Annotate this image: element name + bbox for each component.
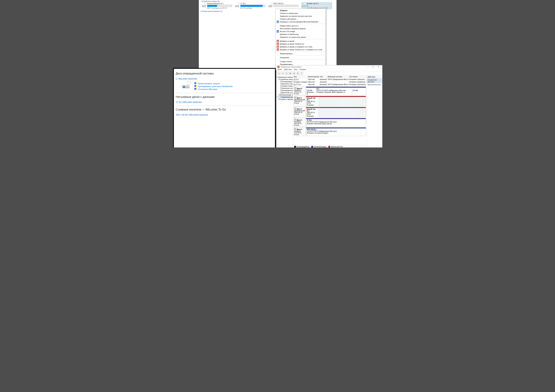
menu-item[interactable]: Закрепить на начальном экране (276, 36, 325, 39)
lock-icon (271, 3, 273, 5)
diskmgr-icon (280, 96, 281, 98)
tree-node[interactable]: Просмотр событий (277, 83, 292, 85)
explorer-window: ⌄ Устройства и диски (4) Локальный диск … (199, 0, 336, 68)
tree-node[interactable]: Управление компьютером (л (277, 76, 292, 78)
window-titlebar[interactable]: Управление компьютером — ▢ ✕ (276, 65, 382, 68)
tree-node[interactable]: Производительность (277, 89, 292, 92)
forward-button[interactable]: ⇒ (281, 72, 284, 75)
volume-icon (294, 79, 296, 80)
help-button[interactable]: ? (300, 72, 303, 75)
menu-item[interactable]: Закрепить на панели быстрого доступа (276, 15, 325, 18)
disk-info[interactable]: Диск 2 Динамический 1862,89 ГБ В сети (294, 107, 306, 117)
partition[interactable]: 1T (D:) 931,50 ГБ NTFS (Шифрование BitLo… (306, 118, 366, 127)
bitlocker-action[interactable]: Приостановить защиту (194, 82, 233, 85)
menu-item-label: Добавить в архив "Archive.rar" и отправи… (280, 49, 322, 50)
tree-node[interactable]: Локальные пользовате (277, 87, 292, 89)
tree-node[interactable]: Планировщик заданий (277, 80, 292, 83)
menu-item[interactable]: ▣Добавить в архив "Archive.rar" и отправ… (276, 48, 325, 51)
tree-node[interactable]: Управление дисками (277, 96, 292, 98)
disk-size: 1862,89 ГБ (294, 112, 302, 113)
table-row[interactable]: (C:) ПростойБазовыйNTFS (Шифрование BitL… (293, 78, 366, 81)
tree-node-label: Служебные программы (279, 78, 293, 80)
bitlocker-action[interactable]: Архивировать ключ восстановления (194, 85, 233, 88)
menu-item[interactable]: Форматировать... (276, 52, 325, 55)
tree-node-label: Планировщик заданий (281, 81, 293, 83)
partition[interactable]: SSD 128 (E:) 119,24 ГБ NTFS (Шифрование … (306, 128, 366, 136)
col-header[interactable]: Состояние (349, 75, 366, 78)
partition[interactable]: Новый том (F:) 1862,89 ГБ NTFS Исправен (306, 96, 319, 106)
section-devices[interactable]: ⌄ Устройства и диски (4) (199, 0, 336, 2)
menu-Справка[interactable]: Справка (299, 68, 306, 71)
disk-info[interactable]: Диск 1 Динамический 1862,89 ГБ В сети (294, 96, 306, 106)
partition[interactable]: (C:) 476,21 ГБ NTFS (Шифрование BitLocke… (316, 87, 352, 95)
col-header[interactable]: Тип (319, 75, 327, 78)
menu-item[interactable]: Открыть (276, 9, 325, 12)
bitlocker-d-link[interactable]: 1T (D:) BitLocker включен (176, 101, 273, 103)
tree-node[interactable]: Службы и приложения (277, 98, 292, 100)
tree-node[interactable]: Общие папки (277, 85, 292, 87)
menu-Файл[interactable]: Файл (278, 68, 282, 71)
tree-node-label: Запоминающие устройс (279, 94, 293, 96)
tree-node[interactable]: Запоминающие устройс (277, 94, 292, 96)
col-header[interactable]: Файловая система (327, 75, 349, 78)
col-header[interactable]: Том (293, 75, 307, 78)
menu-item[interactable]: Открыть автозапуск... (276, 18, 325, 20)
tree-node[interactable]: Диспетчер устройств (277, 92, 292, 94)
col-header[interactable]: Расположение (307, 75, 319, 78)
tree-node[interactable]: Служебные программы (277, 78, 292, 80)
drive-2[interactable]: SSD 128 (E:) (269, 2, 299, 9)
show-hide-button[interactable]: ☰ (289, 72, 292, 75)
partition[interactable] (319, 96, 366, 106)
refresh-button[interactable]: ⟳ (292, 72, 296, 75)
menu-item[interactable]: Восстановить прежнюю версию (276, 27, 325, 30)
partition[interactable]: 519 МБ (352, 87, 366, 95)
menu-item[interactable]: ▣Добавить в архив и отправить по e-mail.… (276, 45, 325, 48)
rar-icon: ▣ (277, 49, 279, 51)
disk-strip: Диск 1 Динамический 1862,89 ГБ В сети Но… (294, 96, 366, 106)
disk-info[interactable]: Диск 3 Базовый 931,50 ГБ В сети (294, 118, 306, 127)
menu-item[interactable]: Добавить в библиотеку〉 (276, 33, 325, 36)
bitlocker-e-link[interactable]: SSD 128 (E:) BitLocker включен (176, 114, 273, 116)
volume-icon (294, 81, 296, 83)
bitlocker-c-link[interactable]: C: BitLocker включен (176, 78, 273, 80)
menu-item[interactable]: Предоставить доступ к〉 (276, 24, 325, 27)
table-row[interactable]: (Диск 0 раздел 2) ПростойБазовыйИсправен… (293, 81, 366, 83)
close-button[interactable]: ✕ (376, 66, 381, 68)
drive-3[interactable]: Новый том (F:) 1,81 ТБ свободно из 1,81 … (302, 2, 332, 9)
menu-item-label: Форматировать... (280, 53, 294, 55)
rar-icon: ▣ (277, 46, 279, 48)
menu-Действие[interactable]: Действие (284, 68, 292, 71)
partition[interactable]: 100 МБ Исправен (Г (306, 87, 316, 95)
menu-item[interactable]: Открыть в новом окне (276, 12, 325, 15)
drive-1[interactable]: 1T (D:) 94,4 ГБ свободн (235, 2, 265, 9)
actions-item[interactable]: Дополнительные (367, 83, 382, 86)
drive-icon (202, 3, 206, 7)
menu-item[interactable]: ▣Добавить в архив "Archive.rar" (276, 43, 325, 45)
properties-button[interactable]: ☷ (296, 72, 299, 75)
disk-icon (294, 128, 297, 130)
menu-Вид[interactable]: Вид (294, 68, 297, 71)
menu-item-label: Предоставить доступ к (280, 25, 299, 27)
disk-info[interactable]: Диск 0 Базовый 476,81 ГБ В сети (294, 87, 306, 95)
actions-item[interactable]: Управление дисками (367, 78, 382, 83)
menu-item[interactable]: ▣Добавить в архив... (276, 40, 325, 43)
section-network-label: Сетевые расположения (1) (201, 10, 222, 12)
partition[interactable]: Новый том (F:) 1862,89 ГБ NTFS Исправен (306, 107, 319, 117)
drive-0[interactable]: Локальный диск (C:) 285 ГБ свободно из 4… (202, 2, 232, 9)
back-button[interactable]: ⇐ (277, 72, 280, 75)
partition[interactable] (319, 107, 366, 117)
bitlocker-action[interactable]: Отключить BitLocker (194, 88, 233, 90)
minimize-button[interactable]: — (365, 66, 371, 68)
table-row[interactable]: 1T (D:) ПростойБазовыйNTFS (Шифрование B… (293, 83, 366, 86)
menu-item-label: Открыть в новом окне (280, 12, 298, 14)
menu-item[interactable]: ▣Acronis True Image〉 (276, 30, 325, 33)
disk-info[interactable]: Диск 4 Базовый 119,24 ГБ В сети (294, 128, 306, 136)
shield-icon (194, 85, 197, 88)
menu-item[interactable]: Копировать (276, 56, 325, 59)
up-button[interactable]: ⇧ (285, 72, 288, 75)
menu-item[interactable]: ▣Проверка с использованием Microsoft Def… (276, 20, 325, 23)
menu-item[interactable]: Создать ярлык (276, 60, 325, 63)
app-icon (277, 66, 280, 68)
maximize-button[interactable]: ▢ (371, 66, 376, 68)
menu-item-label: Добавить в архив и отправить по e-mail..… (280, 46, 314, 48)
